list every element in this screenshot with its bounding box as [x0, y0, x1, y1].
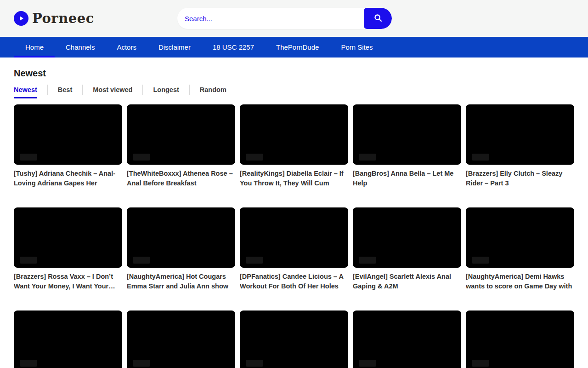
duration-badge: [20, 257, 37, 264]
video-card[interactable]: [DPFanatics] Candee Licious – A Workout …: [240, 207, 348, 291]
video-card[interactable]: [353, 310, 461, 368]
site-logo[interactable]: Porneec: [14, 0, 94, 37]
video-title: [DPFanatics] Candee Licious – A Workout …: [240, 272, 348, 291]
search-form: [177, 8, 392, 29]
video-card[interactable]: [127, 310, 235, 368]
video-card[interactable]: [Brazzers] Rossa Vaxx – I Don’t Want You…: [14, 207, 122, 291]
video-title: [NaughtyAmerica] Demi Hawks wants to sco…: [466, 272, 574, 291]
video-card[interactable]: [EvilAngel] Scarlett Alexis Anal Gaping …: [353, 207, 461, 291]
nav-item-theporndude[interactable]: ThePornDude: [265, 37, 330, 58]
main-nav: Home Channels Actors Disclaimer 18 USC 2…: [0, 37, 588, 58]
nav-item-disclaimer[interactable]: Disclaimer: [147, 37, 202, 58]
video-card[interactable]: [RealityKings] Diabella Eclair – If You …: [240, 104, 348, 188]
tab-most-viewed[interactable]: Most viewed: [93, 84, 132, 98]
duration-badge: [472, 154, 489, 161]
video-thumbnail[interactable]: [14, 310, 122, 368]
video-card[interactable]: [NaughtyAmerica] Hot Cougars Emma Starr …: [127, 207, 235, 291]
duration-badge: [20, 154, 37, 161]
video-thumbnail[interactable]: [127, 104, 235, 165]
video-thumbnail[interactable]: [466, 207, 574, 268]
video-title: [Tushy] Adriana Chechik – Anal-Loving Ad…: [14, 169, 122, 188]
sort-tabs: Newest Best Most viewed Longest Random: [14, 84, 574, 98]
page-title: Newest: [14, 68, 574, 79]
duration-badge: [472, 257, 489, 264]
duration-badge: [133, 257, 150, 264]
nav-item-home[interactable]: Home: [14, 37, 55, 58]
video-card[interactable]: [466, 310, 574, 368]
duration-badge: [246, 257, 263, 264]
search-icon: [373, 13, 383, 24]
duration-badge: [246, 360, 263, 367]
video-card[interactable]: [TheWhiteBoxxx] Athenea Rose – Anal Befo…: [127, 104, 235, 188]
video-card[interactable]: [Tushy] Adriana Chechik – Anal-Loving Ad…: [14, 104, 122, 188]
main-content: Newest Newest Best Most viewed Longest R…: [0, 68, 588, 368]
search-input[interactable]: [177, 8, 364, 29]
duration-badge: [133, 360, 150, 367]
video-title: [Brazzers] Rossa Vaxx – I Don’t Want You…: [14, 272, 122, 291]
tab-longest[interactable]: Longest: [153, 84, 179, 98]
tab-divider: [142, 85, 143, 95]
duration-badge: [359, 360, 376, 367]
video-thumbnail[interactable]: [240, 310, 348, 368]
video-title: [NaughtyAmerica] Hot Cougars Emma Starr …: [127, 272, 235, 291]
tab-newest[interactable]: Newest: [14, 84, 37, 98]
video-thumbnail[interactable]: [466, 104, 574, 165]
duration-badge: [359, 257, 376, 264]
video-thumbnail[interactable]: [14, 104, 122, 165]
video-title: [EvilAngel] Scarlett Alexis Anal Gaping …: [353, 272, 461, 291]
nav-item-porn-sites[interactable]: Porn Sites: [330, 37, 384, 58]
play-icon: [14, 11, 28, 26]
video-thumbnail[interactable]: [353, 207, 461, 268]
search-button[interactable]: [364, 8, 392, 29]
video-thumbnail[interactable]: [127, 207, 235, 268]
duration-badge: [359, 154, 376, 161]
video-card[interactable]: [BangBros] Anna Bella – Let Me Help: [353, 104, 461, 188]
nav-item-channels[interactable]: Channels: [55, 37, 106, 58]
duration-badge: [133, 154, 150, 161]
video-thumbnail[interactable]: [353, 310, 461, 368]
video-title: [TheWhiteBoxxx] Athenea Rose – Anal Befo…: [127, 169, 235, 188]
tab-random[interactable]: Random: [200, 84, 226, 98]
video-card[interactable]: [240, 310, 348, 368]
video-thumbnail[interactable]: [240, 207, 348, 268]
video-thumbnail[interactable]: [240, 104, 348, 165]
nav-item-18-usc-2257[interactable]: 18 USC 2257: [202, 37, 265, 58]
video-card[interactable]: [14, 310, 122, 368]
video-title: [RealityKings] Diabella Eclair – If You …: [240, 169, 348, 188]
duration-badge: [246, 154, 263, 161]
duration-badge: [20, 360, 37, 367]
video-card[interactable]: [Brazzers] Elly Clutch – Sleazy Rider – …: [466, 104, 574, 188]
video-card[interactable]: [NaughtyAmerica] Demi Hawks wants to sco…: [466, 207, 574, 291]
site-header: Porneec: [0, 0, 588, 37]
tab-divider: [189, 85, 190, 95]
tab-divider: [47, 85, 48, 95]
video-thumbnail[interactable]: [14, 207, 122, 268]
duration-badge: [472, 360, 489, 367]
tab-divider: [82, 85, 83, 95]
video-thumbnail[interactable]: [466, 310, 574, 368]
video-thumbnail[interactable]: [127, 310, 235, 368]
nav-item-actors[interactable]: Actors: [106, 37, 147, 58]
video-thumbnail[interactable]: [353, 104, 461, 165]
brand-name: Porneec: [32, 11, 94, 26]
video-title: [BangBros] Anna Bella – Let Me Help: [353, 169, 461, 188]
video-title: [Brazzers] Elly Clutch – Sleazy Rider – …: [466, 169, 574, 188]
video-grid: [Tushy] Adriana Chechik – Anal-Loving Ad…: [14, 104, 574, 368]
tab-best[interactable]: Best: [58, 84, 72, 98]
